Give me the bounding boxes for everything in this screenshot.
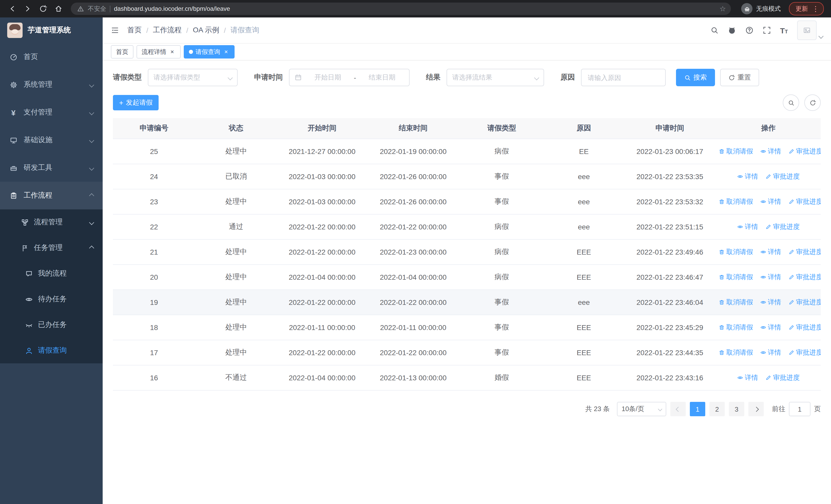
result-select[interactable]: 请选择流结果 — [447, 69, 544, 86]
approval-progress-link[interactable]: 审批进度 — [789, 323, 821, 332]
table-row[interactable]: 19 处理中 2022-01-22 00:00:00 2022-01-22 00… — [113, 290, 821, 315]
sidebar-collapse-icon[interactable] — [111, 26, 119, 34]
bookmark-star-icon[interactable]: ☆ — [717, 3, 729, 15]
tab-leave-query[interactable]: 请假查询 × — [184, 45, 235, 59]
close-icon[interactable]: × — [223, 49, 229, 55]
cancel-leave-link[interactable]: 取消请假 — [719, 147, 753, 156]
refresh-button[interactable] — [804, 94, 821, 111]
approval-progress-link[interactable]: 审批进度 — [765, 222, 800, 232]
table-row[interactable]: 16 不通过 2022-01-04 00:00:00 2022-01-13 00… — [113, 365, 821, 390]
chevron-up-icon — [89, 245, 94, 250]
approval-progress-link[interactable]: 审批进度 — [765, 172, 800, 181]
sidebar-item-payment[interactable]: ¥ 支付管理 — [0, 98, 103, 126]
table-row[interactable]: 17 处理中 2022-01-22 00:00:00 2022-01-22 00… — [113, 340, 821, 365]
goto-page-input[interactable] — [789, 402, 810, 416]
page-size-select[interactable]: 10条/页 — [617, 402, 666, 416]
reload-icon[interactable] — [36, 2, 50, 16]
sidebar-item-done-tasks[interactable]: 已办任务 — [0, 312, 103, 338]
forward-icon[interactable] — [21, 2, 35, 16]
detail-link[interactable]: 详情 — [760, 147, 781, 156]
cancel-leave-link[interactable]: 取消请假 — [719, 323, 753, 332]
sidebar-item-process-mgmt[interactable]: 流程管理 — [0, 209, 103, 235]
sidebar-item-workflow[interactable]: 工作流程 — [0, 182, 103, 209]
table-row[interactable]: 20 处理中 2022-01-04 00:00:00 2022-01-04 00… — [113, 265, 821, 290]
create-leave-button[interactable]: + 发起请假 — [113, 95, 159, 110]
apply-time-range-picker[interactable]: 开始日期 - 结束日期 — [289, 69, 409, 86]
detail-link[interactable]: 详情 — [760, 348, 781, 357]
sidebar-item-leave-query[interactable]: 请假查询 — [0, 338, 103, 363]
start-date-placeholder[interactable]: 开始日期 — [306, 73, 350, 82]
table-row[interactable]: 24 已取消 2022-01-03 00:00:00 2022-01-26 00… — [113, 164, 821, 189]
breadcrumb-item[interactable]: 工作流程 — [153, 26, 182, 35]
cancel-leave-link[interactable]: 取消请假 — [719, 298, 753, 307]
approval-progress-link[interactable]: 审批进度 — [789, 348, 821, 357]
detail-link[interactable]: 详情 — [737, 373, 758, 382]
address-bar[interactable]: 不安全 dashboard.yudao.iocoder.cn/bpm/oa/le… — [71, 3, 731, 15]
sidebar-item-my-processes[interactable]: 我的流程 — [0, 261, 103, 287]
approval-progress-link[interactable]: 审批进度 — [789, 197, 821, 206]
sidebar-item-system[interactable]: 系统管理 — [0, 71, 103, 98]
reset-button[interactable]: 重置 — [720, 69, 759, 86]
page-button-2[interactable]: 2 — [709, 402, 725, 416]
fullscreen-icon[interactable] — [763, 26, 771, 34]
reason-input[interactable] — [581, 69, 666, 86]
next-page-button[interactable] — [748, 402, 764, 416]
cell-id: 16 — [113, 365, 195, 390]
sidebar-item-task-mgmt[interactable]: 任务管理 — [0, 235, 103, 261]
page-button-1[interactable]: 1 — [690, 402, 705, 416]
approval-progress-link[interactable]: 审批进度 — [789, 272, 821, 282]
search-button[interactable]: 搜索 — [676, 69, 715, 86]
cancel-leave-link[interactable]: 取消请假 — [719, 247, 753, 257]
tab-home[interactable]: 首页 — [111, 45, 134, 59]
app-logo[interactable]: 芋道管理系统 — [0, 18, 103, 43]
table-row[interactable]: 18 处理中 2022-01-11 00:00:00 2022-01-11 00… — [113, 315, 821, 340]
table-row[interactable]: 23 处理中 2022-01-03 00:00:00 2022-01-26 00… — [113, 189, 821, 214]
cell-type: 病假 — [459, 265, 544, 290]
back-icon[interactable] — [5, 2, 20, 16]
browser-menu-icon[interactable]: ⋮ — [811, 5, 820, 12]
sidebar-item-home[interactable]: 首页 — [0, 43, 103, 71]
approval-progress-link[interactable]: 审批进度 — [789, 298, 821, 307]
table-row[interactable]: 22 通过 2022-01-22 00:00:00 2022-01-22 00:… — [113, 214, 821, 239]
github-icon[interactable] — [727, 26, 736, 34]
cancel-leave-link[interactable]: 取消请假 — [719, 272, 753, 282]
approval-progress-link[interactable]: 审批进度 — [765, 373, 800, 382]
breadcrumb-item[interactable]: 首页 — [127, 26, 142, 35]
update-chip[interactable]: 更新 ⋮ — [789, 2, 824, 16]
sidebar-item-infra[interactable]: 基础设施 — [0, 126, 103, 154]
breadcrumb-item[interactable]: OA 示例 — [193, 26, 220, 35]
cell-reason: EEE — [544, 340, 624, 365]
page-button-3[interactable]: 3 — [729, 402, 744, 416]
table-row[interactable]: 25 处理中 2021-12-27 00:00:00 2022-01-19 00… — [113, 139, 821, 164]
detail-link[interactable]: 详情 — [760, 298, 781, 307]
not-secure-warning-icon[interactable] — [77, 5, 84, 12]
update-label[interactable]: 更新 — [796, 4, 808, 13]
detail-link[interactable]: 详情 — [760, 247, 781, 257]
home-icon[interactable] — [51, 2, 66, 16]
detail-link[interactable]: 详情 — [737, 222, 758, 232]
security-label[interactable]: 不安全 — [88, 4, 106, 13]
cancel-leave-link[interactable]: 取消请假 — [719, 348, 753, 357]
tab-process-detail[interactable]: 流程详情 × — [137, 45, 181, 59]
close-icon[interactable]: × — [169, 49, 175, 55]
sidebar-item-todo-tasks[interactable]: 待办任务 — [0, 287, 103, 312]
prev-page-button[interactable] — [670, 402, 686, 416]
detail-link[interactable]: 详情 — [760, 197, 781, 206]
sidebar-item-devtools[interactable]: 研发工具 — [0, 154, 103, 182]
end-date-placeholder[interactable]: 结束日期 — [360, 73, 404, 82]
leave-type-select[interactable]: 请选择请假类型 — [148, 69, 238, 86]
toggle-search-button[interactable] — [783, 94, 799, 111]
url-text[interactable]: dashboard.yudao.iocoder.cn/bpm/oa/leave — [114, 5, 713, 12]
user-menu[interactable] — [797, 21, 823, 40]
search-icon[interactable] — [710, 26, 718, 34]
approval-progress-link[interactable]: 审批进度 — [789, 247, 821, 257]
detail-link[interactable]: 详情 — [760, 272, 781, 282]
detail-link[interactable]: 详情 — [760, 323, 781, 332]
approval-progress-link[interactable]: 审批进度 — [789, 147, 821, 156]
avatar[interactable] — [797, 21, 816, 40]
font-size-icon[interactable]: TT — [780, 26, 788, 34]
table-row[interactable]: 21 处理中 2022-01-22 00:00:00 2022-01-23 00… — [113, 239, 821, 265]
help-icon[interactable] — [745, 26, 753, 34]
detail-link[interactable]: 详情 — [737, 172, 758, 181]
cancel-leave-link[interactable]: 取消请假 — [719, 197, 753, 206]
